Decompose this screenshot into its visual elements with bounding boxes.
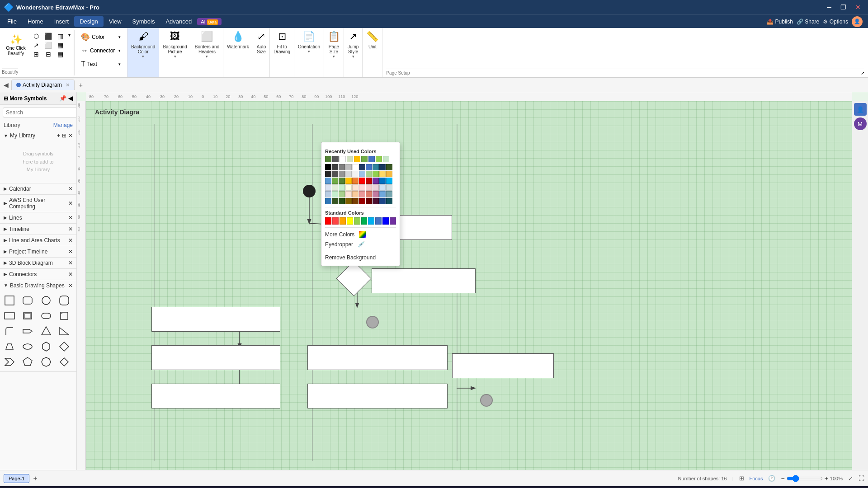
grid-r6-10[interactable] <box>386 198 392 204</box>
shape-rounded-rect[interactable] <box>21 294 34 307</box>
page-size-button[interactable]: 📋 PageSize ▾ <box>324 28 344 77</box>
recent-color-4[interactable] <box>347 156 353 162</box>
collab-panel-btn[interactable]: 👤 <box>854 103 867 116</box>
recent-color-7[interactable] <box>368 156 375 162</box>
share-btn[interactable]: 🔗 Share <box>797 19 819 25</box>
grid-cyan1[interactable] <box>373 164 379 170</box>
tab-close-icon[interactable]: ✕ <box>66 82 70 88</box>
grid-blue2[interactable] <box>366 164 372 170</box>
menu-symbols[interactable]: Symbols <box>127 16 160 27</box>
ribbon-small-btn-8[interactable]: ▦ <box>56 41 65 50</box>
grid-r3-9[interactable] <box>379 178 386 184</box>
add-page-button[interactable]: + <box>31 474 39 483</box>
std-color-9[interactable] <box>382 217 389 225</box>
grid-r3-8[interactable] <box>373 178 379 184</box>
grid-gray3[interactable] <box>345 164 352 170</box>
my-library-menu-icon[interactable]: ⊞ <box>62 132 66 139</box>
restore-button[interactable]: ❐ <box>837 2 850 13</box>
grid-r4-8[interactable] <box>373 184 379 191</box>
menu-view[interactable]: View <box>104 16 127 27</box>
my-library-close-icon[interactable]: ✕ <box>68 132 73 139</box>
shape-diamond2[interactable] <box>57 355 71 369</box>
grid-white[interactable] <box>352 164 359 170</box>
borders-headers-button[interactable]: ⬜ Borders andHeaders ▾ <box>191 28 223 77</box>
page-setup-expand-icon[interactable]: ↗ <box>861 70 864 75</box>
grid-teal1[interactable] <box>379 164 386 170</box>
ribbon-small-btn-6[interactable]: ⊟ <box>42 50 54 59</box>
grid-r2-10[interactable] <box>386 171 392 177</box>
grid-r4-9[interactable] <box>379 184 386 191</box>
project-timeline-close-icon[interactable]: ✕ <box>68 249 73 255</box>
shape-hexagon[interactable] <box>39 340 53 353</box>
grid-r4-7[interactable] <box>366 184 372 191</box>
shape-mid-right-1[interactable] <box>307 345 448 370</box>
pin-icon[interactable]: 📌 <box>59 95 66 102</box>
grid-r2-8[interactable] <box>373 171 379 177</box>
ribbon-small-btn-5[interactable]: ⬜ <box>42 41 54 50</box>
grid-r2-9[interactable] <box>379 171 386 177</box>
shape-circle[interactable] <box>39 294 53 307</box>
shape-stadium[interactable] <box>39 309 53 323</box>
std-color-6[interactable] <box>361 217 368 225</box>
shape-left-box-2[interactable] <box>151 345 280 370</box>
grid-r5-5[interactable] <box>352 191 359 197</box>
orientation-button[interactable]: 📄 Orientation ▾ <box>294 28 324 77</box>
grid-r2-5[interactable] <box>352 171 359 177</box>
grid-r2-3[interactable] <box>339 171 345 177</box>
my-library-add-icon[interactable]: + <box>57 132 60 139</box>
grid-r6-6[interactable] <box>359 198 365 204</box>
shape-trapezoid[interactable] <box>3 340 16 353</box>
grid-r5-10[interactable] <box>386 191 392 197</box>
fit-screen-icon[interactable]: ⤢ <box>848 475 853 482</box>
menu-file[interactable]: File <box>2 16 22 27</box>
recent-color-2[interactable] <box>332 156 339 162</box>
3d-block-header[interactable]: ▶ 3D Block Diagram ✕ <box>0 258 76 268</box>
grid-r4-10[interactable] <box>386 184 392 191</box>
fit-to-drawing-button[interactable]: ⊡ Fit toDrawing <box>270 28 294 77</box>
grid-r5-2[interactable] <box>332 191 338 197</box>
std-color-4[interactable] <box>347 217 353 225</box>
decision-diamond[interactable] <box>336 261 372 296</box>
grid-r5-4[interactable] <box>345 191 352 197</box>
manage-button[interactable]: Manage <box>53 122 73 128</box>
collapse-panel-button[interactable]: ◀ <box>4 81 9 89</box>
grid-r6-2[interactable] <box>332 198 338 204</box>
color-dropdown-button[interactable]: 🎨 Color ▾ <box>78 31 123 43</box>
charts-close-icon[interactable]: ✕ <box>68 237 73 244</box>
zoom-out-button[interactable]: − <box>781 475 784 482</box>
std-color-10[interactable] <box>390 217 396 225</box>
grid-r6-3[interactable] <box>339 198 345 204</box>
shape-square[interactable] <box>3 294 16 307</box>
shape-double-rect[interactable] <box>21 309 34 323</box>
connectors-close-icon[interactable]: ✕ <box>68 271 73 277</box>
add-tab-button[interactable]: + <box>75 80 86 90</box>
grid-r5-8[interactable] <box>373 191 379 197</box>
grid-gray1[interactable] <box>332 164 338 170</box>
grid-r2-2[interactable] <box>332 171 338 177</box>
minimize-button[interactable]: ─ <box>823 2 835 13</box>
charts-header[interactable]: ▶ Line and Area Charts ✕ <box>0 235 76 246</box>
user-avatar[interactable]: 👤 <box>852 16 863 27</box>
grid-green1[interactable] <box>386 164 392 170</box>
grid-r5-6[interactable] <box>359 191 365 197</box>
ai-panel-btn[interactable]: M <box>854 117 867 130</box>
recent-color-1[interactable] <box>325 156 331 162</box>
std-color-1[interactable] <box>325 217 331 225</box>
timeline-header[interactable]: ▶ Timeline ✕ <box>0 224 76 235</box>
grid-r6-1[interactable] <box>325 198 331 204</box>
remove-background-row[interactable]: Remove Background <box>325 253 396 262</box>
canvas-area[interactable]: -80 -70 -60 -50 -40 -30 -20 -10 0 10 20 … <box>77 92 868 470</box>
std-color-3[interactable] <box>340 217 346 225</box>
calendar-close-icon[interactable]: ✕ <box>68 186 73 192</box>
grid-r4-1[interactable] <box>325 184 331 191</box>
ribbon-small-btn-2[interactable]: ↗ <box>32 41 41 50</box>
grid-r6-4[interactable] <box>345 198 352 204</box>
shape-left-box-3[interactable] <box>151 384 280 408</box>
recent-color-6[interactable] <box>361 156 368 162</box>
page-tab-1[interactable]: Page-1 <box>4 474 29 483</box>
grid-r4-5[interactable] <box>352 184 359 191</box>
one-click-beautify-button[interactable]: ✨ One Click Beautify <box>2 31 30 60</box>
diagram-tab-activity[interactable]: Activity Diagram ✕ <box>11 80 75 90</box>
std-color-8[interactable] <box>375 217 382 225</box>
menu-ai[interactable]: AI Beta <box>197 18 222 25</box>
